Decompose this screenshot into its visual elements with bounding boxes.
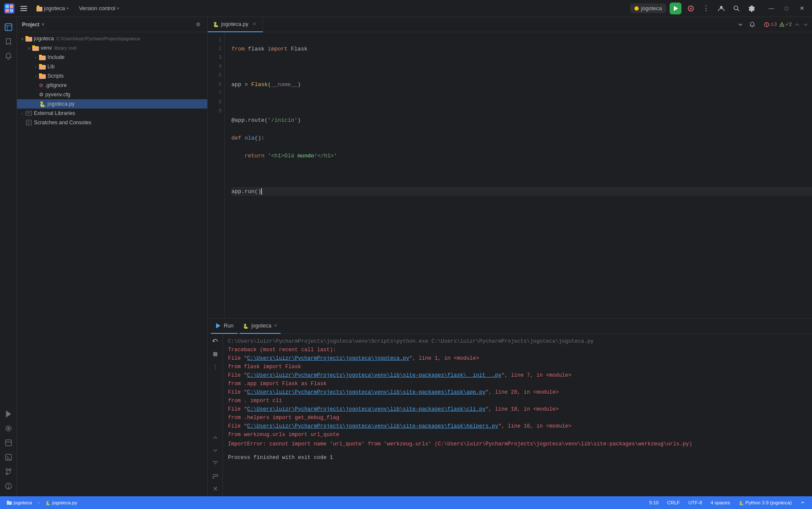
soft-wrap-icon[interactable] (209, 470, 221, 482)
statusbar-expand[interactable] (798, 496, 808, 509)
settings-button[interactable] (746, 3, 758, 14)
svg-rect-42 (26, 111, 32, 115)
tree-lib[interactable]: › Lib (17, 62, 207, 71)
run-subtab-close[interactable]: ✕ (274, 323, 277, 328)
scratches-name: Scratches and Consoles (34, 120, 92, 126)
tree-arrow-root: ∨ (19, 36, 25, 41)
svg-rect-36 (39, 55, 42, 57)
svg-point-30 (8, 487, 9, 488)
python-packages-icon[interactable] (2, 436, 15, 450)
svg-point-12 (720, 6, 723, 8)
notifications-action[interactable] (747, 20, 757, 30)
search-button[interactable] (731, 3, 742, 14)
run-more-icon[interactable]: ⋮ (209, 361, 221, 373)
svg-rect-40 (39, 73, 42, 76)
stop-icon[interactable] (209, 348, 221, 360)
tree-pyvenv[interactable]: ⚙ pyvenv.cfg (17, 90, 207, 99)
svg-point-52 (766, 25, 767, 26)
statusbar-encoding[interactable]: UTF-8 (686, 496, 705, 509)
trace-line-5: File "C:\Users\luizr\PycharmProjects\jog… (228, 422, 807, 431)
run-tab-label[interactable]: Run (211, 319, 238, 334)
scroll-down-icon[interactable] (209, 445, 221, 456)
project-panel-header: Project ▾ ⚙ (17, 17, 207, 32)
more-actions-button[interactable]: ⋮ (700, 3, 712, 14)
tree-scripts[interactable]: › Scripts (17, 71, 207, 81)
maximize-button[interactable]: □ (781, 3, 793, 14)
run-configuration[interactable]: jogoteca (630, 3, 666, 13)
tab-close-button[interactable]: ✕ (251, 21, 258, 28)
gitignore-name: .gitignore (45, 82, 67, 88)
statusbar-project[interactable]: jogoteca (4, 496, 34, 509)
code-editor[interactable]: 1 2 3 4 5 6 7 8 9 from flask import Flas… (208, 32, 812, 318)
panel-settings-icon[interactable]: ⚙ (194, 20, 202, 29)
scroll-up-icon[interactable] (209, 432, 221, 444)
spacer (228, 448, 807, 453)
minimize-button[interactable]: — (765, 3, 777, 14)
trace-link-2[interactable]: C:\Users\luizr\PycharmProjects\jogoteca\… (247, 372, 501, 378)
run-button[interactable] (670, 3, 681, 14)
jogoteca-py-name: jogoteca.py (47, 101, 75, 107)
tree-jogoteca-py[interactable]: 🐍 jogoteca.py (17, 99, 207, 109)
svg-rect-3 (10, 9, 13, 12)
filter-output-icon[interactable] (209, 457, 221, 469)
hamburger-menu[interactable] (18, 3, 30, 14)
trace-link-1[interactable]: C:\Users\luizr\PycharmProjects\jogoteca\… (247, 355, 409, 361)
trace-indent-1: from flask import Flask (228, 363, 807, 371)
statusbar-file[interactable]: 🐍 jogoteca.py (43, 496, 80, 509)
pyvenv-name: pyvenv.cfg (45, 92, 70, 98)
recent-files-button[interactable] (735, 20, 745, 30)
tree-venv[interactable]: ∨ venv library root (17, 43, 207, 53)
statusbar-line-sep[interactable]: CRLF (665, 496, 682, 509)
editor-run-split: 🐍 jogoteca.py ✕ (208, 17, 812, 496)
bookmarks-icon[interactable] (2, 35, 15, 48)
svg-point-13 (734, 6, 738, 10)
run-tool-icon[interactable] (2, 407, 15, 421)
trace-link-3[interactable]: C:\Users\luizr\PycharmProjects\jogoteca\… (247, 389, 486, 395)
project-tool-window-icon[interactable] (2, 20, 15, 34)
terminal-output[interactable]: C:\Users\luizr\PycharmProjects\jogoteca\… (223, 334, 812, 496)
git-icon[interactable] (2, 465, 15, 478)
problems-icon[interactable] (2, 479, 15, 493)
project-selector[interactable]: jogoteca ▾ (33, 3, 72, 13)
svg-rect-15 (5, 24, 12, 31)
tree-external-libraries[interactable]: › External Libraries (17, 109, 207, 118)
root-name: jogoteca (34, 36, 54, 42)
statusbar-position[interactable]: 9:10 (647, 496, 661, 509)
tree-include[interactable]: › Include (17, 53, 207, 62)
editor-tab-jogoteca-py[interactable]: 🐍 jogoteca.py ✕ (208, 17, 263, 32)
profile-button[interactable] (715, 3, 727, 14)
debug-button[interactable] (685, 3, 697, 14)
statusbar-indent[interactable]: 4 spaces (708, 496, 733, 509)
debug-tool-icon[interactable] (2, 422, 15, 435)
venv-name: venv (41, 45, 52, 51)
clear-output-icon[interactable] (209, 483, 221, 495)
code-content[interactable]: from flask import Flask app = Flask(__na… (225, 32, 812, 318)
statusbar-python[interactable]: 🐍 Python 3.9 (jogoteca) (736, 496, 794, 509)
notifications-icon[interactable] (2, 49, 15, 63)
chevron-up-icon[interactable] (794, 22, 800, 28)
trace-link-5[interactable]: C:\Users\luizr\PycharmProjects\jogoteca\… (247, 423, 498, 429)
vc-label: Version control (79, 5, 115, 11)
error-count: ⚠3 (764, 22, 777, 27)
line-numbers: 1 2 3 4 5 6 7 8 9 (208, 32, 225, 318)
tree-scratches[interactable]: Scratches and Consoles (17, 118, 207, 127)
close-button[interactable]: ✕ (796, 3, 808, 14)
editor-tabs: 🐍 jogoteca.py ✕ (208, 17, 812, 32)
run-subtab-jogoteca[interactable]: 🐍 jogoteca ✕ (239, 319, 281, 334)
terminal-icon[interactable] (2, 450, 15, 464)
tree-gitignore[interactable]: ⊘ .gitignore (17, 81, 207, 90)
rerun-icon[interactable] (209, 336, 221, 347)
trace-line-4: File "C:\Users\luizr\PycharmProjects\jog… (228, 405, 807, 414)
chevron-down-icon[interactable] (803, 22, 809, 28)
command-text: C:\Users\luizr\PycharmProjects\jogoteca\… (228, 338, 594, 344)
svg-rect-38 (39, 64, 42, 66)
warning-count: ✓2 (779, 22, 792, 27)
vc-dropdown-icon: ▾ (117, 6, 119, 11)
project-dropdown-icon: ▾ (67, 6, 69, 11)
tree-arrow-venv: ∨ (25, 46, 32, 50)
version-control-selector[interactable]: Version control ▾ (75, 3, 122, 13)
tree-arrow-scripts: › (32, 74, 39, 78)
trace-link-4[interactable]: C:\Users\luizr\PycharmProjects\jogoteca\… (247, 406, 486, 412)
project-panel-dropdown[interactable]: ▾ (42, 22, 44, 27)
tree-root-jogoteca[interactable]: ∨ jogoteca C:\Users\luizr\PycharmProject… (17, 34, 207, 43)
